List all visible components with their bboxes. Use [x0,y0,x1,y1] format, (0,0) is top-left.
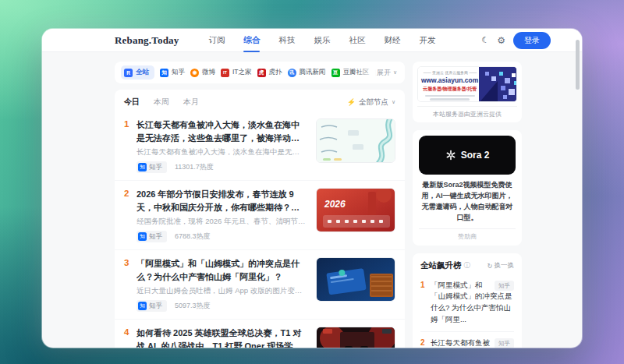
period-tabs-row: 今日 本周 本月 ⚡ 全部节点 ∨ [115,90,405,111]
douban-icon: 豆 [332,69,340,77]
openai-logo-icon [445,150,456,161]
node-filter-dropdown[interactable]: ⚡ 全部节点 ∨ [347,97,395,108]
browser-window: Rebang.Today 订阅 综合 科技 娱乐 社区 财经 开发 ☾ ⚙ 登录… [42,29,582,348]
weibo-icon: ◉ [190,69,199,77]
tencent-news-icon: 讯 [288,69,296,77]
ad-tagline: —— 亚洲云 优质云服务商 —— [423,70,476,75]
news-item-4[interactable]: 4 如何看待 2025 英雄联盟全球总决赛，T1 对战 AL 的八强战中，T1 … [115,319,405,348]
period-tab-month[interactable]: 本月 [183,97,199,108]
ad-services: 云服务器/物理服务器/托管 [423,86,477,93]
sora-banner[interactable]: Sora 2 [419,136,516,175]
heat-count: 6788.3热度 [175,231,211,242]
source-tabbar: R全站 知知乎 ◉微博 ITIT之家 虎虎扑 讯腾讯新闻 豆豆瓣社区 嗅虎嗅 少… [115,62,405,83]
rank-number: 1 [420,280,431,326]
sora-ad-card: Sora 2 最新版Sora2视频模型免费使用，AI一键生成无水印图片，无需邀请… [413,130,522,246]
heat-count: 5097.3热度 [175,301,211,311]
svg-text:2026: 2026 [324,199,346,210]
rank-number: 4 [124,327,136,348]
source-tab-ithome[interactable]: ITIT之家 [221,68,252,77]
nav-item-tech[interactable]: 科技 [269,29,304,52]
asiayun-ad-banner[interactable]: —— 亚洲云 优质云服务商 —— www.asiayun.com 云服务器/物理… [417,66,517,102]
ad-illustration [479,67,517,101]
nav-item-dev[interactable]: 开发 [410,29,445,52]
nav-item-subscribe[interactable]: 订阅 [199,29,234,52]
rank-number: 2 [124,188,136,242]
source-tab-hupu[interactable]: 虎虎扑 [257,68,282,77]
refresh-icon: ↻ [487,262,492,270]
thumbnail-sam-membership-card[interactable] [316,257,395,302]
heat-count: 11301.7热度 [175,162,214,172]
news-title[interactable]: 如何看待 2025 英雄联盟全球总决赛，T1 对战 AL 的八强战中，T1 打野… [136,327,307,348]
sponsor-label: 赞助商 [419,228,516,241]
lightning-icon: ⚡ [347,98,356,106]
settings-gear-icon[interactable]: ⚙ [497,36,505,45]
zhihu-icon: 知 [138,163,147,171]
site-header: Rebang.Today 订阅 综合 科技 娱乐 社区 财经 开发 ☾ ⚙ 登录 [42,29,582,52]
source-tab-all[interactable]: R全站 [121,65,154,80]
rising-item-1[interactable]: 1 知乎「阿里模式」和「山姆模式」的冲突点是什么? 为什么中产害怕山姆「阿里..… [420,274,514,331]
expand-tabs-button[interactable]: 展开∨ [356,62,405,83]
news-item-3[interactable]: 3 「阿里模式」和「山姆模式」的冲突点是什么？为什么中产害怕山姆「阿里化」？ 近… [115,249,405,319]
news-list-card: 今日 本周 本月 ⚡ 全部节点 ∨ 1 长江每天都有鱼被冲入大海，淡水 [115,90,405,348]
rising-list-card: 全站飙升榜 ⓘ ↻ 换一换 1 知乎「阿里模式」和「山姆模式」的冲突点是什么? … [413,253,522,348]
rank-number: 2 [420,337,431,348]
source-badge-zhihu[interactable]: 知知乎 [136,161,167,173]
ad-domain: www.asiayun.com [421,76,478,84]
desktop-background: Rebang.Today 订阅 综合 科技 娱乐 社区 财经 开发 ☾ ⚙ 登录… [0,0,624,364]
ad-card: —— 亚洲云 优质云服务商 —— www.asiayun.com 云服务器/物理… [413,62,522,122]
news-title[interactable]: 2026 年部分节假日安排发布，春节连放 9 天，中秋和国庆分开放，你有哪些期待… [136,188,307,214]
news-item-2[interactable]: 2 2026 年部分节假日安排发布，春节连放 9 天，中秋和国庆分开放，你有哪些… [115,180,405,249]
ad-caption: 本站服务器由亚洲云提供 [417,106,517,118]
sidebar: —— 亚洲云 优质云服务商 —— www.asiayun.com 云服务器/物理… [413,62,522,348]
source-badge: 知乎 [495,338,514,348]
info-icon[interactable]: ⓘ [464,261,471,270]
rising-item-2[interactable]: 2 知乎长江每天都有鱼被冲入大海，淡水鱼在海中是无法存活，这些鱼去哪里了，被海.… [420,331,514,348]
source-tab-zhihu[interactable]: 知知乎 [160,68,185,77]
nav-item-general[interactable]: 综合 [234,29,269,52]
nav-item-finance[interactable]: 财经 [374,29,410,52]
header-actions: ☾ ⚙ 登录 [481,32,551,49]
period-tab-week[interactable]: 本周 [154,97,169,108]
login-button[interactable]: 登录 [513,32,551,49]
rising-list-title: 全站飙升榜 [420,260,462,271]
refresh-button[interactable]: ↻ 换一换 [487,261,514,270]
zhihu-icon: 知 [138,302,147,310]
thumbnail-river-map[interactable] [316,118,395,163]
source-tab-weibo[interactable]: ◉微博 [190,68,215,77]
zhihu-icon: 知 [138,232,147,241]
rebang-all-icon: R [124,69,133,77]
period-tab-today[interactable]: 今日 [124,97,140,108]
news-title[interactable]: 「阿里模式」和「山姆模式」的冲突点是什么？为什么中产害怕山姆「阿里化」？ [136,257,307,283]
site-logo[interactable]: Rebang.Today [115,34,179,47]
news-desc: 长江每天都有鱼被冲入大海，淡水鱼在海中是无法生存 [136,147,307,157]
sora-ad-text[interactable]: 最新版Sora2视频模型免费使用，AI一键生成无水印图片，无需邀请码，人物自动配… [419,180,516,224]
source-badge-zhihu[interactable]: 知知乎 [136,300,167,312]
news-item-1[interactable]: 1 长江每天都有鱼被冲入大海，淡水鱼在海中是无法存活，这些鱼去哪里了，被海洋动物… [115,111,405,180]
nav-item-community[interactable]: 社区 [339,29,374,52]
sora-title: Sora 2 [461,150,490,161]
ad-fineprint [425,95,475,101]
chevron-down-icon: ∨ [393,69,397,76]
source-tab-tencent-news[interactable]: 讯腾讯新闻 [288,68,326,77]
scrollbar-thumb[interactable] [576,40,580,90]
dark-mode-moon-icon[interactable]: ☾ [481,36,489,44]
news-desc: 近日大量山姆会员吐槽，山姆 App 改版的图片变成成品图等问题，并认为产品加了.… [136,286,307,296]
news-desc: 经国务院批准，现将 2026 年元旦、春节、清明节、劳动节、端午节、中秋节和国庆… [136,217,307,227]
source-badge-zhihu[interactable]: 知知乎 [136,231,167,242]
thumbnail-2026-calendar[interactable]: 2026 [316,188,395,232]
rank-number: 3 [124,257,136,312]
ithome-icon: IT [221,69,229,77]
chevron-down-icon: ∨ [392,99,395,105]
zhihu-icon: 知 [160,69,168,77]
source-badge: 知乎 [495,281,514,292]
rank-number: 1 [124,118,136,173]
thumbnail-esports-stage[interactable] [316,327,395,348]
hupu-icon: 虎 [257,69,266,77]
nav-item-entertainment[interactable]: 娱乐 [304,29,339,52]
news-title[interactable]: 长江每天都有鱼被冲入大海，淡水鱼在海中是无法存活，这些鱼去哪里了，被海洋动物吃了… [136,118,307,144]
main-nav: 订阅 综合 科技 娱乐 社区 财经 开发 [199,29,445,52]
page-content: R全站 知知乎 ◉微博 ITIT之家 虎虎扑 讯腾讯新闻 豆豆瓣社区 嗅虎嗅 少… [42,52,582,348]
